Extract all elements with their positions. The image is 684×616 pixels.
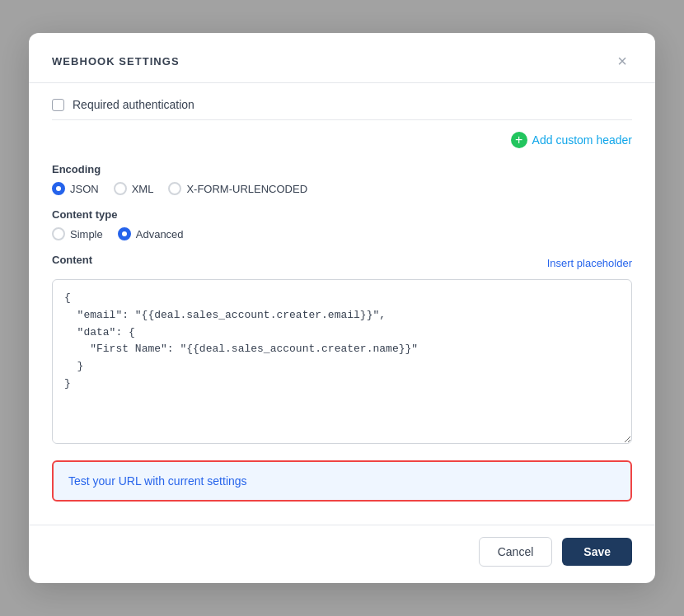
encoding-xml-option[interactable]: XML [114,182,154,195]
content-textarea[interactable]: { "email": "{{deal.sales_account.creater… [52,279,632,444]
modal-footer: Cancel Save [29,525,655,583]
encoding-xform-option[interactable]: X-FORM-URLENCODED [168,182,307,195]
auth-row: Required authentication [52,98,632,111]
encoding-xform-label: X-FORM-URLENCODED [186,183,307,195]
content-type-advanced-option[interactable]: Advanced [118,227,184,240]
content-type-radio-group: Simple Advanced [52,227,632,240]
close-button[interactable]: × [612,51,632,71]
content-type-simple-option[interactable]: Simple [52,227,103,240]
plus-circle-icon: + [511,132,527,148]
encoding-json-label: JSON [70,183,99,195]
modal-body: Required authentication + Add custom hea… [29,83,655,520]
insert-placeholder-button[interactable]: Insert placeholder [547,257,632,269]
content-type-advanced-radio[interactable] [118,227,131,240]
modal-header: WEBHOOK SETTINGS × [29,33,655,83]
content-type-advanced-label: Advanced [136,228,184,240]
webhook-settings-modal: WEBHOOK SETTINGS × Required authenticati… [29,33,655,583]
save-button[interactable]: Save [562,538,632,566]
modal-title: WEBHOOK SETTINGS [52,55,180,68]
required-auth-checkbox[interactable] [52,99,64,111]
add-header-row: + Add custom header [52,132,632,148]
encoding-json-option[interactable]: JSON [52,182,99,195]
encoding-field-group: Encoding JSON XML X-FORM-URLENCODED [52,163,632,195]
content-type-simple-label: Simple [70,228,103,240]
encoding-json-radio[interactable] [52,182,65,195]
test-url-section[interactable]: Test your URL with current settings [52,460,632,502]
add-header-label: Add custom header [532,133,632,147]
encoding-label: Encoding [52,163,632,175]
content-type-label: Content type [52,208,632,221]
content-type-simple-radio[interactable] [52,227,65,240]
encoding-xml-radio[interactable] [114,182,127,195]
content-label: Content [52,254,92,266]
encoding-xform-radio[interactable] [168,182,181,195]
content-header: Content Insert placeholder [52,254,632,273]
test-url-text: Test your URL with current settings [68,474,247,488]
encoding-xml-label: XML [132,183,154,195]
add-custom-header-button[interactable]: + Add custom header [511,132,632,148]
required-auth-label: Required authentication [73,98,194,111]
content-type-field-group: Content type Simple Advanced [52,208,632,240]
cancel-button[interactable]: Cancel [479,537,553,567]
modal-backdrop: WEBHOOK SETTINGS × Required authenticati… [0,0,684,616]
encoding-radio-group: JSON XML X-FORM-URLENCODED [52,182,632,195]
divider [52,119,632,120]
content-field-group: Content Insert placeholder { "email": "{… [52,254,632,447]
